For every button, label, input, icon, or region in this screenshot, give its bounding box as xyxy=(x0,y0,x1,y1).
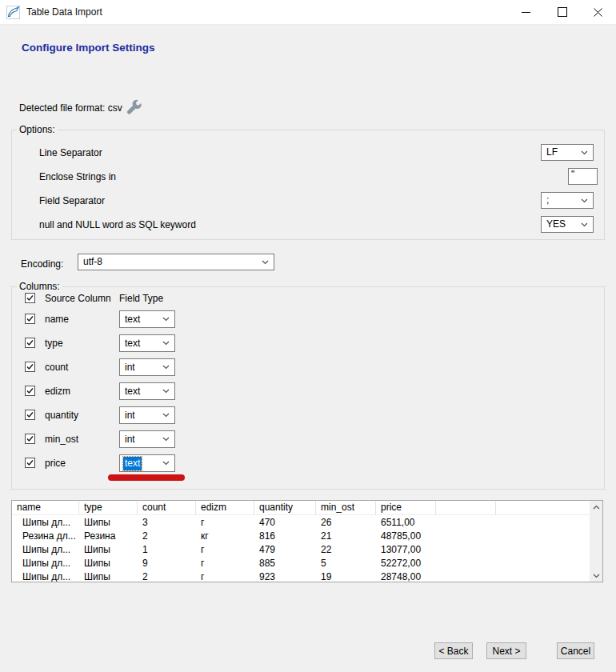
chevron-down-icon xyxy=(162,389,170,394)
quantity-field-type-select-value: int xyxy=(123,409,137,422)
chevron-down-icon xyxy=(162,365,170,370)
min_ost-field-type-select-value: int xyxy=(123,433,137,446)
chevron-down-icon xyxy=(162,461,170,466)
edizm-field-type-select[interactable]: text xyxy=(119,382,175,400)
cancel-button[interactable]: Cancel xyxy=(557,642,594,659)
chevron-down-icon xyxy=(162,437,170,442)
preview-cell: 52272,00 xyxy=(376,558,436,569)
preview-data-row[interactable]: Шипы дл...Шипы1г4792213077,00 xyxy=(12,542,602,556)
preview-header-edizm[interactable]: edizm xyxy=(196,501,254,514)
preview-header-min_ost[interactable]: min_ost xyxy=(316,501,376,514)
checkmark-icon xyxy=(26,315,34,322)
minimize-icon xyxy=(522,12,530,13)
close-icon xyxy=(594,8,602,17)
preview-cell: Шипы дл... xyxy=(12,517,79,528)
preview-cell: 13077,00 xyxy=(376,544,436,555)
name-field-type-select[interactable]: text xyxy=(119,310,175,328)
null-and-null-word-as-sql-keyword-select-value: YES xyxy=(545,218,567,231)
type-checkbox[interactable] xyxy=(25,338,35,348)
preview-cell: Шипы дл... xyxy=(12,544,79,555)
column-row-price: pricetext xyxy=(12,454,604,472)
option-row-line-separator: Line SeparatorLF xyxy=(12,144,604,162)
maximize-button[interactable] xyxy=(544,0,580,24)
preview-cell: кг xyxy=(196,530,254,542)
minimize-button[interactable] xyxy=(508,0,544,24)
preview-cell: 479 xyxy=(254,544,316,555)
preview-cell: 19 xyxy=(316,571,376,582)
preview-header-quantity[interactable]: quantity xyxy=(254,501,316,514)
preview-header-count[interactable]: count xyxy=(138,501,196,514)
edizm-field-type-select-value: text xyxy=(123,385,142,398)
checkmark-icon xyxy=(26,459,34,466)
preview-data-row[interactable]: Шипы дл...Шипы9г885552272,00 xyxy=(12,556,602,570)
quantity-checkbox[interactable] xyxy=(25,410,35,420)
preview-cell: г xyxy=(196,571,254,582)
column-name-label: min_ost xyxy=(45,430,78,448)
preview-cell: Шипы xyxy=(79,558,138,569)
page-title: Configure Import Settings xyxy=(22,42,155,54)
encoding-select[interactable]: utf-8 xyxy=(78,254,274,270)
preview-cell: 1 xyxy=(138,544,196,555)
preview-cell: 48785,00 xyxy=(376,530,436,542)
line-separator-select[interactable]: LF xyxy=(541,144,594,161)
preview-data-row[interactable]: Шипы дл...Шипы3г470266511,00 xyxy=(12,515,602,529)
preview-header-type[interactable]: type xyxy=(79,501,138,514)
preview-cell: Шипы xyxy=(79,544,138,555)
type-field-type-select[interactable]: text xyxy=(119,334,175,352)
chevron-up-icon xyxy=(593,505,600,510)
next-button[interactable]: Next > xyxy=(486,642,526,659)
preview-data-row[interactable]: Резина дл...Резина2кг8162148785,00 xyxy=(12,529,602,542)
null-and-null-word-as-sql-keyword-select[interactable]: YES xyxy=(541,216,594,233)
checkmark-icon xyxy=(26,435,34,442)
preview-cell: Резина дл... xyxy=(12,530,79,542)
preview-scrollbar[interactable] xyxy=(590,501,602,582)
preview-data-row[interactable]: Шипы дл...Шипы2г9231928748,00 xyxy=(12,570,602,582)
min_ost-checkbox[interactable] xyxy=(25,434,35,444)
preview-cell: Шипы дл... xyxy=(12,571,79,582)
options-group: Options: Line SeparatorLFEnclose Strings… xyxy=(11,130,605,240)
preview-cell: 2 xyxy=(138,571,196,582)
preview-header-price[interactable]: price xyxy=(376,501,436,514)
detected-format-line: Detected file format: csv xyxy=(19,102,122,114)
price-checkbox[interactable] xyxy=(25,458,35,468)
preview-table: nametypecountedizmquantitymin_ostprice Ш… xyxy=(11,500,603,582)
enclose-strings-in-input[interactable]: " xyxy=(568,168,598,185)
edizm-checkbox[interactable] xyxy=(25,386,35,396)
back-button[interactable]: < Back xyxy=(434,642,473,659)
detected-format-value: csv xyxy=(108,102,122,114)
preview-header-filler xyxy=(436,501,496,514)
preview-cell: 21 xyxy=(316,530,376,542)
option-row-null-and-null-word-as-sql-keyword: null and NULL word as SQL keywordYES xyxy=(12,216,604,234)
preview-header-name[interactable]: name xyxy=(12,501,79,514)
field-separator-select-value: ; xyxy=(545,194,550,207)
preview-cell: 28748,00 xyxy=(376,571,436,582)
quantity-field-type-select[interactable]: int xyxy=(119,406,175,424)
column-row-count: countint xyxy=(12,358,604,376)
close-button[interactable] xyxy=(580,0,616,24)
wrench-icon[interactable] xyxy=(126,98,142,114)
name-checkbox[interactable] xyxy=(25,314,35,324)
option-row-field-separator: Field Separator; xyxy=(12,192,604,210)
preview-cell: г xyxy=(196,544,254,555)
chevron-down-icon xyxy=(581,198,588,203)
column-row-quantity: quantityint xyxy=(12,406,604,424)
field-separator-select[interactable]: ; xyxy=(541,192,594,209)
select-all-checkbox[interactable] xyxy=(25,293,35,303)
column-row-edizm: edizmtext xyxy=(12,382,604,400)
column-name-label: quantity xyxy=(45,406,78,424)
chevron-down-icon xyxy=(162,413,170,418)
price-field-type-select-value: text xyxy=(123,457,142,470)
checkmark-icon xyxy=(26,411,34,418)
checkmark-icon xyxy=(26,339,34,346)
scroll-down-button[interactable] xyxy=(590,570,602,582)
min_ost-field-type-select[interactable]: int xyxy=(119,430,175,448)
columns-header-row: Source Column Field Type xyxy=(12,293,604,306)
chevron-down-icon xyxy=(162,341,170,346)
count-checkbox[interactable] xyxy=(25,362,35,372)
checkmark-icon xyxy=(26,387,34,394)
chevron-down-icon xyxy=(581,150,588,155)
scroll-up-button[interactable] xyxy=(590,501,602,513)
count-field-type-select[interactable]: int xyxy=(119,358,175,376)
price-field-type-select[interactable]: text xyxy=(119,454,175,472)
preview-cell: 2 xyxy=(138,530,196,542)
